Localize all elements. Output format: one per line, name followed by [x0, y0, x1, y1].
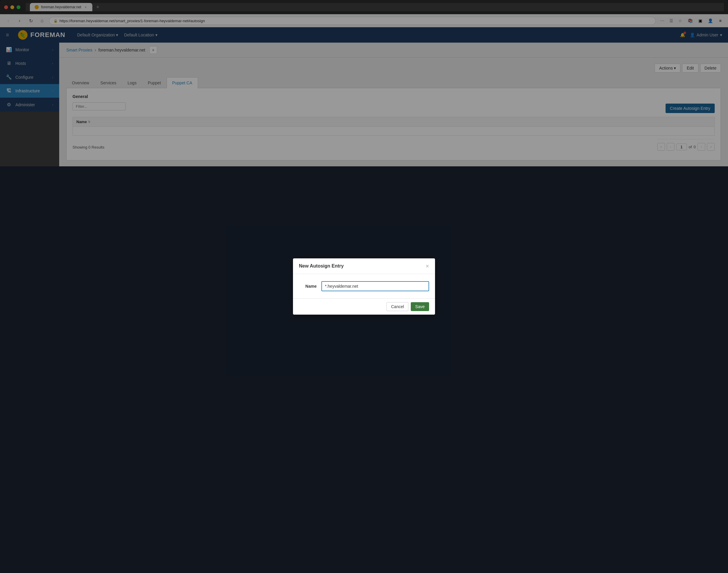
modal-overlay: New Autosign Entry × Name Cancel Save — [0, 0, 728, 166]
